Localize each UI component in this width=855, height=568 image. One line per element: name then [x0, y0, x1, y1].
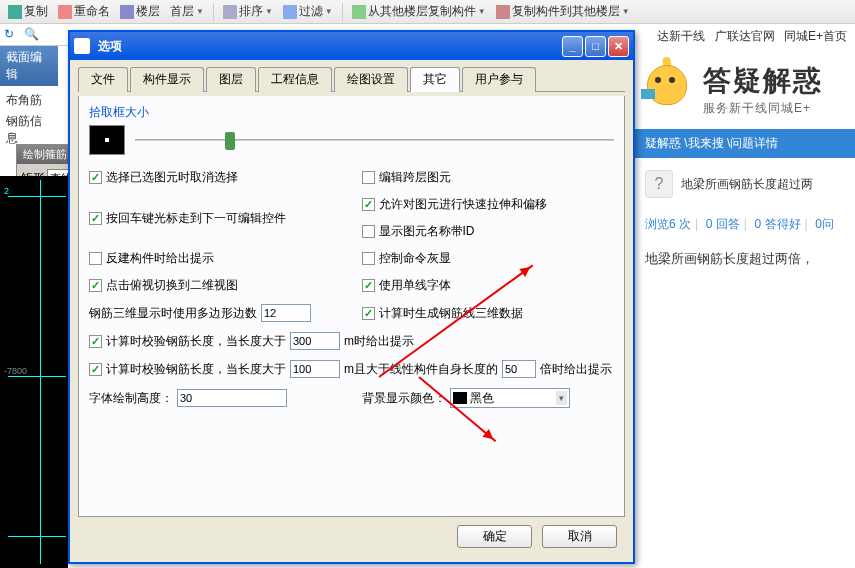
- stat-ask[interactable]: 0问: [815, 217, 834, 231]
- lbl-quick-stretch: 允许对图元进行快速拉伸和偏移: [379, 196, 547, 213]
- lbl-single-line-font: 使用单线字体: [379, 277, 451, 294]
- right-sidebar: 达新干线 广联达官网 同城E+首页 答疑解惑 服务新干线同城E+ 疑解惑 \我来…: [635, 24, 855, 568]
- tab-draw-settings[interactable]: 绘图设置: [334, 67, 408, 92]
- pickbox-slider[interactable]: [135, 130, 614, 150]
- tab-content-other: 拾取框大小 选择已选图元时取消选择 编辑跨层图元 按回车键光标走到下一可编辑控件…: [78, 96, 625, 517]
- chk-single-line-font[interactable]: [362, 279, 375, 292]
- lbl-verify-len2: 计算时校验钢筋长度，当长度大于: [106, 361, 286, 378]
- input-font-height[interactable]: [177, 389, 287, 407]
- tab-user-participation[interactable]: 用户参与: [462, 67, 536, 92]
- close-button[interactable]: ✕: [608, 36, 629, 57]
- maximize-button[interactable]: □: [585, 36, 606, 57]
- ok-button[interactable]: 确定: [457, 525, 532, 548]
- tab-bar: 文件 构件显示 图层 工程信息 绘图设置 其它 用户参与: [78, 66, 625, 92]
- input-len1[interactable]: [290, 332, 340, 350]
- chk-deselect[interactable]: [89, 171, 102, 184]
- slider-thumb[interactable]: [225, 132, 235, 150]
- lbl-polygon-sides: 钢筋三维显示时使用多边形边数: [89, 305, 257, 322]
- lbl-cross-floor: 编辑跨层图元: [379, 169, 451, 186]
- first-floor-select[interactable]: 首层▼: [166, 1, 208, 22]
- copy-button[interactable]: 复制: [4, 1, 52, 22]
- question-stats: 浏览6 次| 0 回答| 0 答得好| 0问: [635, 210, 855, 239]
- stat-views[interactable]: 浏览6 次: [645, 217, 691, 231]
- tab-other[interactable]: 其它: [410, 67, 460, 92]
- question-body: 地梁所画钢筋长度超过两倍，: [635, 239, 855, 280]
- lbl-verify-len2-suffix: 倍时给出提示: [540, 361, 612, 378]
- chk-verify-len1[interactable]: [89, 335, 102, 348]
- color-swatch-icon: [453, 392, 467, 404]
- breadcrumb[interactable]: 疑解惑 \我来搜 \问题详情: [635, 129, 855, 158]
- lbl-verify-len1: 计算时校验钢筋长度，当长度大于: [106, 333, 286, 350]
- chevron-down-icon: ▾: [556, 391, 567, 405]
- chk-enter-next[interactable]: [89, 212, 102, 225]
- tab-project-info[interactable]: 工程信息: [258, 67, 332, 92]
- chk-top-2d[interactable]: [89, 279, 102, 292]
- chk-cross-floor[interactable]: [362, 171, 375, 184]
- search-icon[interactable]: 🔍: [24, 27, 40, 43]
- tab-component-display[interactable]: 构件显示: [130, 67, 204, 92]
- panel-item-corner[interactable]: 布角筋: [6, 90, 52, 111]
- lbl-deselect: 选择已选图元时取消选择: [106, 169, 238, 186]
- link-xinganxian[interactable]: 达新干线: [657, 29, 705, 43]
- copy-to-floor-button[interactable]: 复制构件到其他楼层▼: [492, 1, 634, 22]
- question-title: ? 地梁所画钢筋长度超过两: [635, 158, 855, 210]
- site-subtitle: 服务新干线同城E+: [703, 100, 823, 117]
- floor-button[interactable]: 楼层: [116, 1, 164, 22]
- lbl-reverse-prompt: 反建构件时给出提示: [106, 250, 214, 267]
- lbl-top-2d: 点击俯视切换到二维视图: [106, 277, 238, 294]
- lbl-verify-len1-suffix: m时给出提示: [344, 333, 414, 350]
- panel-title: 截面编辑: [0, 46, 58, 86]
- stat-good[interactable]: 0 答得好: [755, 217, 801, 231]
- options-dialog: 选项 _ □ ✕ 文件 构件显示 图层 工程信息 绘图设置 其它 用户参与 拾取…: [68, 30, 635, 564]
- sort-button[interactable]: 排序▼: [219, 1, 277, 22]
- lbl-show-id: 显示图元名称带ID: [379, 223, 475, 240]
- input-len2[interactable]: [290, 360, 340, 378]
- question-icon: ?: [645, 170, 673, 198]
- chk-cmd-gray[interactable]: [362, 252, 375, 265]
- lbl-verify-len2-mid: m且大于线性构件自身长度的: [344, 361, 498, 378]
- copy-from-floor-button[interactable]: 从其他楼层复制构件▼: [348, 1, 490, 22]
- filter-button[interactable]: 过滤▼: [279, 1, 337, 22]
- dialog-titlebar[interactable]: 选项 _ □ ✕: [70, 32, 633, 60]
- chk-gen-3d[interactable]: [362, 307, 375, 320]
- chk-verify-len2[interactable]: [89, 363, 102, 376]
- minimize-button[interactable]: _: [562, 36, 583, 57]
- chk-reverse-prompt[interactable]: [89, 252, 102, 265]
- chk-show-id[interactable]: [362, 225, 375, 238]
- main-toolbar: 复制 重命名 楼层 首层▼ 排序▼ 过滤▼ 从其他楼层复制构件▼ 复制构件到其他…: [0, 0, 855, 24]
- input-polygon-sides[interactable]: [261, 304, 311, 322]
- pickbox-label: 拾取框大小: [89, 104, 614, 121]
- chk-quick-stretch[interactable]: [362, 198, 375, 211]
- lbl-bg-color: 背景显示颜色：: [362, 390, 446, 407]
- lbl-gen-3d: 计算时生成钢筋线三维数据: [379, 305, 523, 322]
- site-title: 答疑解惑: [703, 62, 823, 100]
- cancel-button[interactable]: 取消: [542, 525, 617, 548]
- top-links: 达新干线 广联达官网 同城E+首页: [635, 24, 855, 49]
- dialog-icon: [74, 38, 90, 54]
- lbl-cmd-gray: 控制命令灰显: [379, 250, 451, 267]
- rename-button[interactable]: 重命名: [54, 1, 114, 22]
- input-len2-times[interactable]: [502, 360, 536, 378]
- stat-answers[interactable]: 0 回答: [706, 217, 740, 231]
- section-edit-panel: 截面编辑 布角筋 钢筋信息: [0, 46, 58, 146]
- dialog-title: 选项: [94, 38, 560, 55]
- mascot-icon: [641, 59, 693, 119]
- select-bg-color[interactable]: 黑色 ▾: [450, 388, 570, 408]
- cad-canvas[interactable]: 2 -7800: [0, 176, 68, 568]
- tab-file[interactable]: 文件: [78, 67, 128, 92]
- tab-layer[interactable]: 图层: [206, 67, 256, 92]
- pickbox-preview: [89, 125, 125, 155]
- refresh-icon[interactable]: ↻: [4, 27, 20, 43]
- lbl-font-height: 字体绘制高度：: [89, 390, 173, 407]
- link-glodon[interactable]: 广联达官网: [715, 29, 775, 43]
- link-tongcheng[interactable]: 同城E+首页: [784, 29, 847, 43]
- lbl-enter-next: 按回车键光标走到下一可编辑控件: [106, 210, 286, 227]
